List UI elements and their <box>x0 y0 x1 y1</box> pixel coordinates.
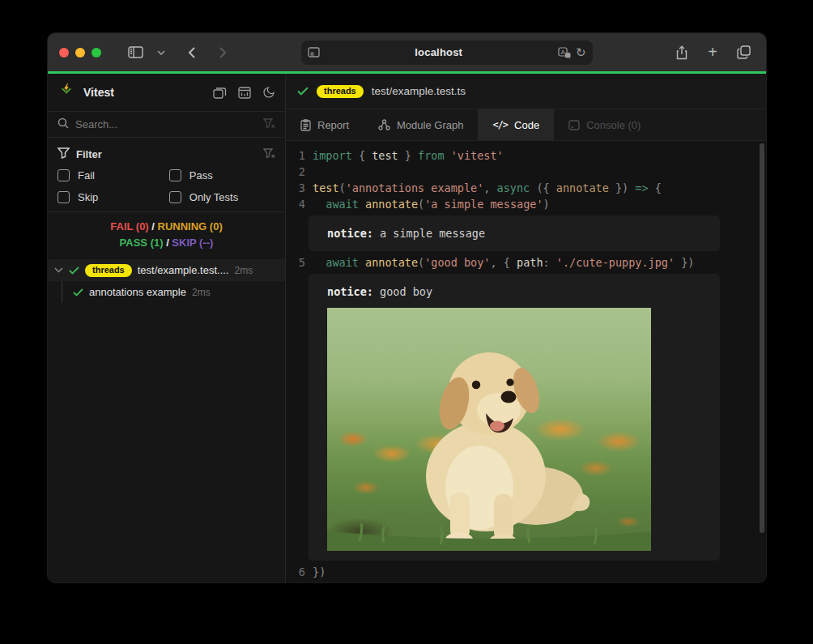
search-row <box>48 112 285 138</box>
search-input[interactable] <box>75 118 257 130</box>
pass-check-icon <box>73 288 83 296</box>
search-icon <box>57 117 69 132</box>
code-line: 2 <box>286 164 766 180</box>
filter-checkbox-fail[interactable]: Fail <box>57 169 169 181</box>
filter-panel: Filter Fail Pass <box>48 138 285 212</box>
annotation-message: good boy <box>380 285 432 298</box>
code-line: 1import { test } from 'vitest' <box>286 147 766 164</box>
clear-filter-icon[interactable] <box>263 148 275 161</box>
dashboard-toggle-icon[interactable] <box>213 86 227 99</box>
checkbox-label: Skip <box>78 191 98 203</box>
checkbox-label: Fail <box>78 169 95 181</box>
open-file-name: test/example.test.ts <box>372 85 466 97</box>
svg-text:A: A <box>560 49 565 56</box>
browser-window: localhost A ↻ + <box>47 32 767 583</box>
vitest-sidebar: Vitest <box>48 74 286 583</box>
test-case-name: annotations example <box>89 286 186 298</box>
annotation-label: notice: <box>327 285 373 298</box>
checkbox-label: Only Tests <box>189 191 238 203</box>
page-settings-icon[interactable] <box>308 47 320 58</box>
minimize-window-button[interactable] <box>75 48 85 58</box>
new-tab-icon[interactable]: + <box>701 41 724 64</box>
checkbox-box[interactable] <box>57 191 70 203</box>
running-count: RUNNING (0) <box>158 220 223 232</box>
tab-label: Code <box>514 119 539 131</box>
test-case-row[interactable]: annotations example 2ms <box>48 281 285 303</box>
test-file-row[interactable]: threads test/example.test.... 2ms <box>48 259 285 281</box>
browser-titlebar: localhost A ↻ + <box>48 33 766 71</box>
view-tabs: Report Module Graph </> Code <box>286 109 766 141</box>
tab-report[interactable]: Report <box>286 109 364 140</box>
sidebar-header: Vitest <box>48 74 285 112</box>
filter-checkbox-only-tests[interactable]: Only Tests <box>169 191 275 203</box>
annotation-message: a simple message <box>380 227 485 240</box>
code-line: 7 <box>286 580 766 583</box>
scrollbar-thumb[interactable] <box>760 143 764 533</box>
sidebar-toggle-icon[interactable] <box>124 41 147 64</box>
address-bar[interactable]: localhost A ↻ <box>301 41 593 65</box>
reload-icon[interactable]: ↻ <box>576 45 586 60</box>
test-file-name: test/example.test.... <box>138 264 229 276</box>
checkbox-box[interactable] <box>169 169 181 181</box>
fail-count: FAIL (0) <box>110 220 148 232</box>
code-icon: </> <box>492 119 508 130</box>
clear-search-filter-icon[interactable] <box>263 117 275 132</box>
filter-checkbox-pass[interactable]: Pass <box>169 169 275 181</box>
code-line: 3test('annotations example', async ({ an… <box>286 180 766 196</box>
back-button[interactable] <box>181 41 203 64</box>
close-window-button[interactable] <box>59 48 69 58</box>
tab-code[interactable]: </> Code <box>478 109 554 140</box>
code-line: 4 await annotate('a simple message') <box>286 196 766 212</box>
checkbox-label: Pass <box>189 169 213 181</box>
code-line: 6}) <box>286 564 766 580</box>
code-line: 5 await annotate('good boy', { path: './… <box>286 254 766 271</box>
checkbox-box[interactable] <box>57 169 70 181</box>
tree-indent-guide <box>62 281 62 303</box>
test-duration: 2ms <box>192 287 211 298</box>
forward-button[interactable] <box>211 41 234 64</box>
file-header: threads test/example.test.ts <box>286 74 766 109</box>
tab-label: Report <box>317 119 349 131</box>
code-editor[interactable]: 1import { test } from 'vitest' 2 3test('… <box>286 141 766 583</box>
tab-console[interactable]: Console (0) <box>554 109 655 140</box>
tab-label: Module Graph <box>397 119 463 131</box>
test-status-summary: FAIL (0) / RUNNING (0) PASS (1) / SKIP (… <box>48 212 285 259</box>
checkbox-box[interactable] <box>169 191 181 203</box>
module-graph-icon <box>378 119 390 131</box>
app-title: Vitest <box>83 86 213 99</box>
share-icon[interactable] <box>670 41 693 64</box>
sidebar-menu-chevron-icon[interactable] <box>155 41 168 64</box>
tab-label: Console (0) <box>586 119 641 131</box>
pass-check-icon <box>69 267 79 275</box>
url-text: localhost <box>320 46 558 58</box>
skip-count: SKIP (--) <box>172 237 213 249</box>
puppy-attachment-image[interactable] <box>327 308 651 551</box>
tab-overview-icon[interactable] <box>732 41 755 64</box>
vitest-logo-icon <box>57 82 75 103</box>
traffic-lights <box>59 48 101 58</box>
pool-badge: threads <box>317 85 364 98</box>
filter-checkbox-skip[interactable]: Skip <box>57 191 169 203</box>
test-duration: 2ms <box>234 265 253 276</box>
pass-count: PASS (1) <box>120 237 164 249</box>
filter-title: Filter <box>76 148 102 160</box>
tab-module-graph[interactable]: Module Graph <box>364 109 478 140</box>
dark-mode-toggle-icon[interactable] <box>262 86 275 99</box>
annotation-notice: notice: a simple message <box>309 215 720 251</box>
zoom-window-button[interactable] <box>92 48 101 58</box>
annotation-label: notice: <box>327 227 373 240</box>
filter-icon <box>57 147 70 161</box>
translate-icon[interactable]: A <box>558 47 571 58</box>
pass-check-icon <box>297 87 309 96</box>
main-panel: threads test/example.test.ts Report <box>286 74 766 583</box>
report-icon <box>300 119 311 131</box>
chevron-down-icon[interactable] <box>54 267 63 273</box>
console-icon <box>568 120 580 130</box>
pool-badge: threads <box>85 264 132 277</box>
annotation-notice-with-image: notice: good boy <box>309 274 720 561</box>
report-view-icon[interactable] <box>238 86 251 99</box>
